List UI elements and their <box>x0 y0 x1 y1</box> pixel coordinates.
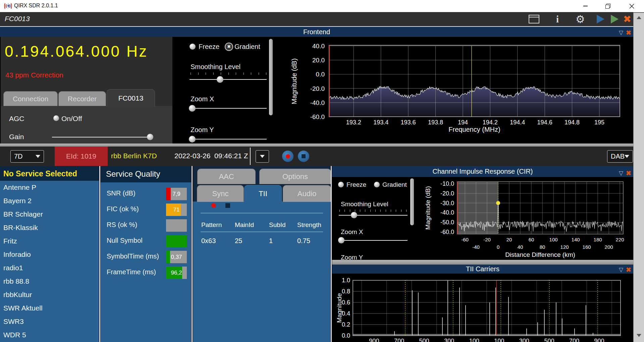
cir-smoothing-slider-track[interactable] <box>339 215 408 216</box>
service-item[interactable]: Antenne P <box>0 181 99 194</box>
quality-row: FIC (ok %)71 <box>101 203 191 219</box>
quality-bar <box>166 219 187 232</box>
svg-text:0.6: 0.6 <box>342 299 350 306</box>
svg-text:-20.0: -20.0 <box>440 190 454 197</box>
info-button[interactable]: i <box>551 13 564 25</box>
cir-freeze-radio[interactable] <box>338 182 344 187</box>
cir-horizontal-scrollbar[interactable] <box>332 260 633 265</box>
svg-text:100: 100 <box>494 338 504 342</box>
svg-text:300: 300 <box>444 338 454 342</box>
svg-text:-60.0: -60.0 <box>440 229 454 235</box>
tii-collapse-icon[interactable]: ▽ <box>619 265 623 274</box>
gain-label: Gain <box>9 133 24 141</box>
svg-text:-10.0: -10.0 <box>440 180 454 187</box>
tii-cell: 1 <box>269 237 273 245</box>
zoom-x-label: Zoom X <box>191 95 214 103</box>
quality-value <box>166 235 187 247</box>
agc-radio[interactable] <box>53 115 59 121</box>
window-vertical-scrollbar[interactable] <box>633 13 644 342</box>
service-item[interactable]: BR-Klassik <box>0 221 99 234</box>
frontend-vertical-scrollbar[interactable] <box>269 39 273 115</box>
tii-close-icon[interactable]: ✖ <box>626 265 631 274</box>
gain-slider-thumb[interactable] <box>147 134 153 140</box>
scroll-down-icon[interactable] <box>637 334 641 337</box>
svg-text:1.0: 1.0 <box>342 277 350 284</box>
service-item[interactable]: rbb 88.8 <box>0 275 99 288</box>
tab-fc0013[interactable]: FC0013 <box>107 89 155 107</box>
svg-text:0.0: 0.0 <box>342 332 350 339</box>
svg-text:194: 194 <box>458 119 468 126</box>
tab-sync[interactable]: Sync <box>197 185 244 202</box>
record-button[interactable] <box>282 151 293 162</box>
service-item[interactable]: Inforadio <box>0 248 99 261</box>
gradient-checked-icon[interactable]: ✖ <box>225 43 233 51</box>
service-item[interactable]: BR Schlager <box>0 208 99 221</box>
tii-record-indicator[interactable] <box>211 203 216 208</box>
channel-selector[interactable]: 7D <box>10 150 44 163</box>
services-panel: No Service Selected Antenne PBayern 2BR … <box>0 166 99 342</box>
svg-text:193.2: 193.2 <box>346 119 361 126</box>
service-selection-status: No Service Selected <box>0 166 99 181</box>
spectrum-plot[interactable]: 40.020.00.0-20.0-40.0-60.0193.2193.4193.… <box>285 37 633 143</box>
service-item[interactable]: SWR Aktuell <box>0 301 99 315</box>
scroll-up-icon[interactable] <box>637 16 641 19</box>
stop-close-button[interactable]: ✖ <box>621 13 634 25</box>
close-panel-icon[interactable]: ✖ <box>626 28 631 38</box>
service-item[interactable]: radio1 <box>0 261 99 275</box>
close-button[interactable] <box>624 0 639 12</box>
mode-selector[interactable]: DAB <box>607 150 633 163</box>
service-item[interactable]: Bayern 2 <box>0 194 99 208</box>
restore-button[interactable] <box>600 0 615 12</box>
svg-text:Frequency (MHz): Frequency (MHz) <box>448 126 500 133</box>
svg-text:Magnitude (dB): Magnitude (dB) <box>424 186 431 230</box>
tab-aac[interactable]: AAC <box>197 169 256 184</box>
service-item[interactable]: WDR 5 <box>0 328 99 342</box>
tii-stop-indicator[interactable] <box>225 203 230 208</box>
service-item[interactable]: Fritz <box>0 234 99 248</box>
smoothing-slider-track[interactable] <box>190 79 267 80</box>
svg-text:Magnitude: Magnitude <box>336 293 343 323</box>
zoom-y-slider-track[interactable] <box>190 139 267 139</box>
frontend-bottom-scrollbar[interactable] <box>0 144 633 147</box>
collapse-panel-icon[interactable]: ▽ <box>619 28 623 38</box>
play-button[interactable] <box>594 13 607 25</box>
tab-options[interactable]: Options <box>259 169 331 184</box>
play-secondary-button[interactable] <box>608 13 621 25</box>
tab-audio[interactable]: Audio <box>283 185 331 202</box>
quality-label: SymbolTime (ms) <box>107 252 159 260</box>
smoothing-slider-thumb[interactable] <box>217 76 223 83</box>
service-item[interactable]: rbbKultur <box>0 288 99 301</box>
zoom-y-slider-thumb[interactable] <box>189 136 196 142</box>
cir-zoom-x-slider-track[interactable] <box>339 240 408 241</box>
agc-option-label: On/Off <box>61 115 82 123</box>
cir-smoothing-slider-thumb[interactable] <box>351 212 357 218</box>
tab-recorder[interactable]: Recorder <box>58 91 106 106</box>
svg-text:140: 140 <box>572 237 580 242</box>
record-source-selector[interactable] <box>256 150 269 163</box>
cir-gradient-radio[interactable] <box>374 182 380 187</box>
zoom-x-slider-track[interactable] <box>190 108 267 109</box>
stop-button[interactable] <box>298 151 309 162</box>
svg-text:-40.0: -40.0 <box>310 99 325 106</box>
cir-vertical-scrollbar[interactable] <box>410 178 414 225</box>
frontend-panel-title: Frontend <box>303 28 330 36</box>
service-list: Antenne PBayern 2BR SchlagerBR-KlassikFr… <box>0 181 99 342</box>
tab-tii[interactable]: TII <box>244 185 282 202</box>
zoom-x-slider-thumb[interactable] <box>189 105 196 112</box>
new-window-button[interactable] <box>527 13 541 25</box>
minimize-button[interactable] <box>578 0 593 12</box>
gain-slider-track[interactable] <box>52 137 151 137</box>
tii-cell: 25 <box>235 237 242 245</box>
service-item[interactable]: SWR3 <box>0 315 99 328</box>
svg-text:0: 0 <box>497 244 499 250</box>
cir-zoom-x-slider-thumb[interactable] <box>338 237 344 243</box>
tab-connection[interactable]: Connection <box>3 91 58 106</box>
ensemble-timestamp: 2022-03-26 09:46:21 Z <box>174 152 248 160</box>
tii-cell: 0.75 <box>297 237 310 245</box>
settings-button[interactable]: ⚙ <box>574 13 587 25</box>
svg-text:60: 60 <box>529 237 534 242</box>
freeze-radio[interactable] <box>190 44 196 50</box>
eid-badge: EId: 1019 <box>55 147 108 166</box>
quality-label: FrameTime (ms) <box>107 268 156 276</box>
info-icon: i <box>556 14 559 24</box>
